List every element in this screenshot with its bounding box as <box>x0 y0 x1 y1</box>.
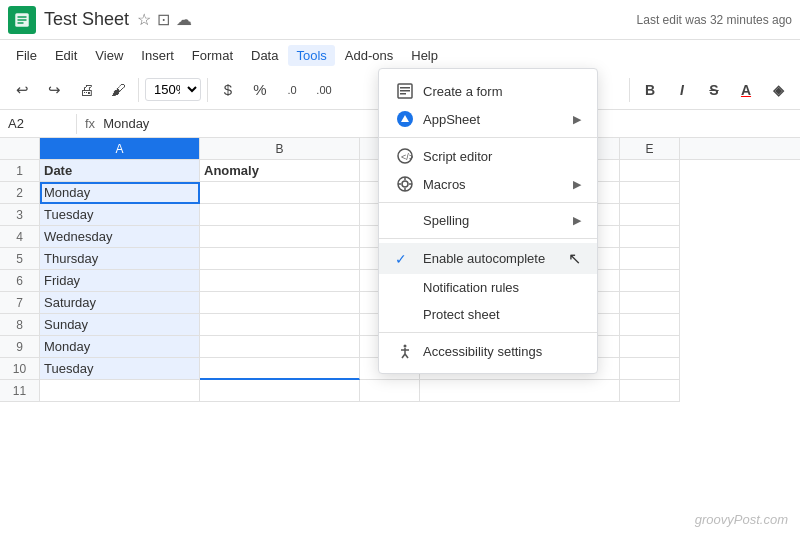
script-editor-label: Script editor <box>423 149 581 164</box>
row-number: 8 <box>0 314 40 336</box>
cell-a4[interactable]: Wednesday <box>40 226 200 248</box>
spelling-item[interactable]: Spelling ▶ <box>379 207 597 234</box>
menu-file[interactable]: File <box>8 45 45 66</box>
zoom-select[interactable]: 150% <box>145 78 201 101</box>
enable-autocomplete-label: Enable autocomplete <box>423 251 564 266</box>
appsheet-icon <box>395 111 415 127</box>
cell-d11[interactable] <box>420 380 620 402</box>
create-form-item[interactable]: Create a form <box>379 77 597 105</box>
cell-a1[interactable]: Date <box>40 160 200 182</box>
menu-format[interactable]: Format <box>184 45 241 66</box>
col-header-e[interactable]: E <box>620 138 680 159</box>
protect-sheet-item[interactable]: Protect sheet <box>379 301 597 328</box>
accessibility-settings-item[interactable]: Accessibility settings <box>379 337 597 365</box>
cell-e4[interactable] <box>620 226 680 248</box>
cell-b1[interactable]: Anomaly <box>200 160 360 182</box>
formula-separator <box>76 114 77 134</box>
cell-b7[interactable] <box>200 292 360 314</box>
cell-a3[interactable]: Tuesday <box>40 204 200 226</box>
checkmark-icon: ✓ <box>395 251 415 267</box>
appsheet-item[interactable]: AppSheet ▶ <box>379 105 597 133</box>
bold-button[interactable]: B <box>636 76 664 104</box>
appsheet-label: AppSheet <box>423 112 573 127</box>
folder-icon[interactable]: ⊡ <box>157 10 170 29</box>
cell-e1[interactable] <box>620 160 680 182</box>
strikethrough-button[interactable]: S <box>700 76 728 104</box>
redo-button[interactable]: ↪ <box>40 76 68 104</box>
row-number: 1 <box>0 160 40 182</box>
cell-b8[interactable] <box>200 314 360 336</box>
cell-e6[interactable] <box>620 270 680 292</box>
menu-section-2: </> Script editor Macros ▶ <box>379 138 597 203</box>
cell-e2[interactable] <box>620 182 680 204</box>
cloud-icon[interactable]: ☁ <box>176 10 192 29</box>
cell-e5[interactable] <box>620 248 680 270</box>
cell-b9[interactable] <box>200 336 360 358</box>
cell-a9[interactable]: Monday <box>40 336 200 358</box>
cell-a7[interactable]: Saturday <box>40 292 200 314</box>
paint-format-button[interactable]: 🖌 <box>104 76 132 104</box>
macros-item[interactable]: Macros ▶ <box>379 170 597 198</box>
menu-view[interactable]: View <box>87 45 131 66</box>
cell-a10[interactable]: Tuesday <box>40 358 200 380</box>
cell-a11[interactable] <box>40 380 200 402</box>
create-form-label: Create a form <box>423 84 581 99</box>
row-number: 10 <box>0 358 40 380</box>
cell-a2[interactable]: Monday <box>40 182 200 204</box>
cell-a5[interactable]: Thursday <box>40 248 200 270</box>
menu-insert[interactable]: Insert <box>133 45 182 66</box>
menu-section-4: ✓ Enable autocomplete ↖ Notification rul… <box>379 239 597 333</box>
cell-a8[interactable]: Sunday <box>40 314 200 336</box>
script-icon: </> <box>395 148 415 164</box>
cell-e3[interactable] <box>620 204 680 226</box>
script-editor-item[interactable]: </> Script editor <box>379 142 597 170</box>
menu-data[interactable]: Data <box>243 45 286 66</box>
cell-b2[interactable] <box>200 182 360 204</box>
cell-a6[interactable]: Friday <box>40 270 200 292</box>
menu-tools[interactable]: Tools <box>288 45 334 66</box>
cell-e10[interactable] <box>620 358 680 380</box>
toolbar-separator-1 <box>138 78 139 102</box>
decimal-more-button[interactable]: .00 <box>310 76 338 104</box>
svg-point-12 <box>402 181 408 187</box>
cell-b5[interactable] <box>200 248 360 270</box>
font-color-button[interactable]: A <box>732 76 760 104</box>
col-header-a[interactable]: A <box>40 138 200 159</box>
accessibility-settings-label: Accessibility settings <box>423 344 581 359</box>
decimal-less-button[interactable]: .0 <box>278 76 306 104</box>
col-header-b[interactable]: B <box>200 138 360 159</box>
macros-icon <box>395 176 415 192</box>
cell-b11[interactable] <box>200 380 360 402</box>
cell-b3[interactable] <box>200 204 360 226</box>
svg-rect-2 <box>18 19 27 21</box>
row-number: 6 <box>0 270 40 292</box>
menu-help[interactable]: Help <box>403 45 446 66</box>
svg-rect-5 <box>400 87 410 89</box>
menu-section-3: Spelling ▶ <box>379 203 597 239</box>
menu-addons[interactable]: Add-ons <box>337 45 401 66</box>
cell-e7[interactable] <box>620 292 680 314</box>
cell-e11[interactable] <box>620 380 680 402</box>
menu-edit[interactable]: Edit <box>47 45 85 66</box>
notification-rules-item[interactable]: Notification rules <box>379 274 597 301</box>
italic-button[interactable]: I <box>668 76 696 104</box>
cell-e8[interactable] <box>620 314 680 336</box>
row-number: 5 <box>0 248 40 270</box>
fill-color-button[interactable]: ◈ <box>764 76 792 104</box>
cell-b4[interactable] <box>200 226 360 248</box>
macros-label: Macros <box>423 177 573 192</box>
currency-button[interactable]: $ <box>214 76 242 104</box>
protect-sheet-label: Protect sheet <box>423 307 581 322</box>
percent-button[interactable]: % <box>246 76 274 104</box>
enable-autocomplete-item[interactable]: ✓ Enable autocomplete ↖ <box>379 243 597 274</box>
tools-dropdown-menu: Create a form AppSheet ▶ </> Scr <box>378 68 598 374</box>
cell-c11[interactable] <box>360 380 420 402</box>
star-icon[interactable]: ☆ <box>137 10 151 29</box>
cell-b10[interactable] <box>200 358 360 380</box>
print-button[interactable]: 🖨 <box>72 76 100 104</box>
title-icons: ☆ ⊡ ☁ <box>137 10 192 29</box>
undo-button[interactable]: ↩ <box>8 76 36 104</box>
cell-e9[interactable] <box>620 336 680 358</box>
cell-b6[interactable] <box>200 270 360 292</box>
spelling-label: Spelling <box>423 213 573 228</box>
